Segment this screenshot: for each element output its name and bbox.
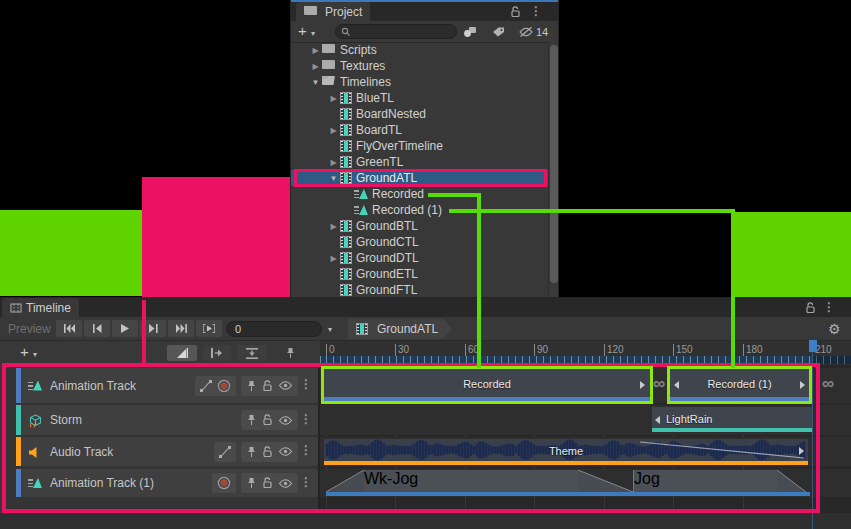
track-menu-icon[interactable]: ⋮	[300, 445, 312, 455]
lock-icon[interactable]	[262, 446, 273, 458]
marker-pin-button[interactable]	[278, 345, 302, 361]
create-asset-caret-icon[interactable]: ▾	[311, 29, 315, 38]
recorded-clip-annotation-frame	[321, 366, 653, 404]
play-button[interactable]	[112, 320, 138, 337]
ruler-tick-label: 180	[743, 344, 763, 356]
expand-arrow-icon[interactable]	[327, 222, 340, 231]
replace-mode-button[interactable]	[237, 345, 267, 361]
expand-arrow-icon[interactable]	[309, 46, 322, 55]
lock-icon[interactable]	[262, 477, 273, 489]
tree-item-recorded[interactable]: Recorded	[291, 186, 558, 202]
tree-item-grounddtl[interactable]: GroundDTL	[291, 250, 558, 266]
ruler-tick-label: 0	[326, 344, 335, 356]
expand-arrow-icon[interactable]	[327, 94, 340, 103]
animation-clip-row: Wk-Jog Jog	[326, 470, 810, 496]
expand-arrow-icon[interactable]	[327, 158, 340, 167]
track-header-storm[interactable]: Storm ⋮	[16, 405, 318, 435]
tree-item-groundctl[interactable]: GroundCTL	[291, 234, 558, 250]
goto-start-button[interactable]	[56, 320, 82, 337]
tree-item-timelines[interactable]: Timelines	[291, 74, 558, 90]
tab-timeline[interactable]: Timeline	[2, 298, 79, 317]
track-name: Storm	[50, 413, 82, 427]
curves-icon[interactable]	[200, 380, 212, 392]
mix-mode-button[interactable]	[167, 345, 197, 361]
lock-icon[interactable]	[262, 414, 273, 426]
track-color-strip	[16, 469, 21, 497]
track-button-group	[241, 442, 298, 462]
tree-item-bluetl[interactable]: BlueTL	[291, 90, 558, 106]
preview-toggle[interactable]: Preview	[8, 322, 51, 336]
hidden-count-eye-icon[interactable]	[517, 25, 535, 39]
track-menu-icon[interactable]: ⋮	[300, 379, 312, 389]
track-name: Audio Track	[50, 445, 113, 459]
search-by-type-icon[interactable]	[461, 25, 479, 39]
eye-icon[interactable]	[278, 478, 293, 489]
tree-item-boardtl[interactable]: BoardTL	[291, 122, 558, 138]
eye-icon[interactable]	[278, 446, 293, 457]
tree-item-boardnested[interactable]: BoardNested	[291, 106, 558, 122]
lock-icon[interactable]	[508, 5, 522, 19]
tree-item-groundetl[interactable]: GroundETL	[291, 266, 558, 282]
expand-arrow-icon[interactable]	[327, 254, 340, 263]
track-header-animation-track-1[interactable]: Animation Track (1) ⋮	[16, 469, 318, 497]
create-asset-button[interactable]: +	[298, 24, 307, 38]
ripple-mode-button[interactable]	[203, 345, 231, 361]
clip-ease-handle-icon[interactable]	[799, 447, 804, 455]
eye-icon[interactable]	[278, 380, 293, 391]
tree-item-greentl[interactable]: GreenTL	[291, 154, 558, 170]
play-range-button[interactable]	[196, 320, 222, 337]
tree-item-textures[interactable]: Textures	[291, 58, 558, 74]
lock-icon[interactable]	[803, 301, 817, 315]
clip-trim-handle-icon[interactable]	[655, 416, 660, 424]
pin-icon[interactable]	[246, 446, 257, 458]
green-highlight-block-right	[731, 212, 851, 298]
tree-item-scripts[interactable]: Scripts	[291, 42, 558, 58]
expand-arrow-icon[interactable]	[327, 126, 340, 135]
add-track-button[interactable]: +	[20, 345, 29, 359]
settings-gear-icon[interactable]: ⚙	[828, 321, 841, 337]
track-button-group	[241, 376, 298, 396]
breadcrumb[interactable]: GroundATL	[348, 319, 452, 339]
clip-theme[interactable]: Theme	[324, 439, 808, 465]
panel-menu-icon[interactable]: ⋮	[530, 6, 542, 16]
scrollbar-thumb[interactable]	[550, 45, 558, 283]
curves-icon[interactable]	[219, 446, 231, 458]
duration-end-marker[interactable]	[809, 340, 817, 352]
search-icon	[341, 27, 351, 37]
previous-frame-button[interactable]	[84, 320, 110, 337]
track-header-audio-track[interactable]: Audio Track ⋮	[16, 437, 318, 466]
goto-end-button[interactable]	[168, 320, 194, 337]
expand-arrow-icon[interactable]	[309, 62, 322, 71]
timeline-asset-icon	[340, 236, 352, 248]
tree-item-flyovertimeline[interactable]: FlyOverTimeline	[291, 138, 558, 154]
folder-open-icon	[322, 76, 336, 88]
tab-project[interactable]: Project	[296, 2, 370, 21]
record-button[interactable]	[217, 476, 231, 490]
folder-icon	[304, 6, 317, 18]
search-input[interactable]	[335, 24, 457, 39]
pin-icon[interactable]	[246, 380, 257, 392]
record-button[interactable]	[217, 379, 231, 393]
panel-menu-icon[interactable]: ⋮	[823, 302, 835, 312]
project-scrollbar[interactable]	[548, 42, 558, 298]
eye-icon[interactable]	[278, 415, 293, 426]
tree-item-groundftl[interactable]: GroundFTL	[291, 282, 558, 298]
timeline-tab-bar: Timeline ⋮	[0, 298, 851, 317]
pin-icon[interactable]	[246, 414, 257, 426]
frame-field-caret-icon[interactable]: ▾	[328, 325, 332, 334]
clip-lightrain[interactable]: LightRain	[652, 407, 813, 432]
track-menu-icon[interactable]: ⋮	[300, 414, 312, 424]
tree-item-label: GroundBTL	[356, 219, 418, 233]
search-by-label-icon[interactable]	[490, 25, 506, 39]
track-menu-icon[interactable]: ⋮	[300, 477, 312, 487]
project-tab-bar: Project ⋮	[291, 2, 558, 21]
pin-icon[interactable]	[246, 477, 257, 489]
tree-item-groundbtl[interactable]: GroundBTL	[291, 218, 558, 234]
collapse-arrow-icon[interactable]	[309, 78, 322, 87]
clip-label: LightRain	[652, 413, 813, 425]
add-track-caret-icon[interactable]: ▾	[33, 350, 37, 359]
infinite-clip-indicator: ∞	[653, 374, 665, 394]
frame-counter-field[interactable]: 0	[226, 321, 322, 337]
lock-icon[interactable]	[262, 380, 273, 392]
track-header-animation-track[interactable]: Animation Track ⋮	[16, 368, 318, 403]
